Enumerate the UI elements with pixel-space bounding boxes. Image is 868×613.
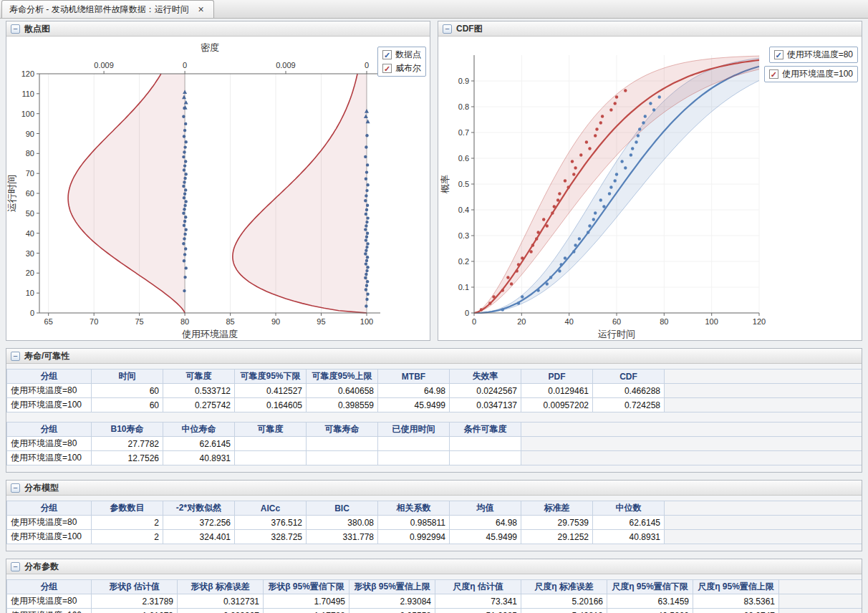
column-header[interactable]: 已使用时间 <box>378 423 450 437</box>
svg-text:0: 0 <box>30 309 34 317</box>
cell-value: 45.9499 <box>378 398 450 412</box>
cell-value: 0.398559 <box>307 398 378 412</box>
cdf-chart-area[interactable]: 00.10.20.30.40.50.60.70.80.9020406080100… <box>438 37 862 340</box>
table-row[interactable]: 使用环境温度=8027.778262.6145 <box>7 437 862 451</box>
checkbox-icon[interactable]: ✓ <box>382 50 392 59</box>
column-header[interactable]: 分组 <box>7 501 92 516</box>
table-row[interactable]: 使用环境温度=802.317890.3127311.704952.9308473… <box>7 594 862 609</box>
svg-text:100: 100 <box>705 317 718 326</box>
column-header[interactable]: 形状β 95%置信上限 <box>349 580 435 594</box>
panel-header-cdf[interactable]: − CDF图 <box>438 21 862 37</box>
collapse-icon[interactable]: − <box>11 24 20 34</box>
scatter-chart-area[interactable]: 0102030405060708090100110120657075808590… <box>6 37 430 340</box>
svg-text:运行时间: 运行时间 <box>6 175 17 212</box>
data-table: 分组参数数目-2*对数似然AICcBIC相关系数均值标准差中位数使用环境温度=8… <box>6 501 862 544</box>
column-header[interactable]: 尺度η 95%置信下限 <box>607 580 693 594</box>
panel-title-scatter: 散点图 <box>24 23 50 35</box>
column-header[interactable]: PDF <box>521 370 593 384</box>
legend-item[interactable]: ✓数据点 <box>382 49 421 61</box>
svg-text:80: 80 <box>660 317 668 326</box>
checkbox-icon[interactable]: ✓ <box>774 50 783 59</box>
column-header[interactable]: 可靠度95%上限 <box>307 370 378 384</box>
column-header[interactable]: 分组 <box>7 423 92 437</box>
filler-cell <box>779 580 862 594</box>
column-header[interactable]: -2*对数似然 <box>163 501 235 516</box>
cell-value: 40.5222 <box>607 609 693 613</box>
column-header[interactable]: 形状β 标准误差 <box>178 580 264 594</box>
panel-title-cdf: CDF图 <box>456 23 483 35</box>
svg-text:120: 120 <box>21 69 34 78</box>
table-row[interactable]: 使用环境温度=802372.256376.512380.080.98581164… <box>7 516 862 530</box>
cell-value: 0.0242567 <box>450 384 521 398</box>
column-header[interactable]: 参数数目 <box>92 501 163 516</box>
collapse-icon[interactable]: − <box>11 562 20 571</box>
table-row[interactable]: 使用环境温度=1002324.401328.725331.7780.992994… <box>7 530 862 544</box>
row-label: 使用环境温度=80 <box>7 594 92 609</box>
column-header[interactable]: B10寿命 <box>92 423 163 437</box>
column-header[interactable]: 形状β 估计值 <box>92 580 178 594</box>
report-tab[interactable]: 寿命分析 - 发动机绕组部件故障数据：运行时间 × <box>1 0 214 18</box>
column-header[interactable]: 失效率 <box>450 370 521 384</box>
cell-value: 51.2985 <box>435 609 521 613</box>
legend-box: ✓使用环境温度=100 <box>764 66 858 82</box>
cell-value: 0.992994 <box>378 530 450 544</box>
cell-value: 0.223907 <box>178 609 264 613</box>
cell-value: 372.256 <box>163 516 235 530</box>
table-row[interactable]: 使用环境温度=10012.752640.8931 <box>7 451 862 465</box>
cell-value: 328.725 <box>235 530 307 544</box>
svg-text:90: 90 <box>26 130 34 138</box>
column-header[interactable]: AICc <box>235 501 307 516</box>
column-header[interactable]: 均值 <box>450 501 521 516</box>
column-header[interactable]: 相关系数 <box>378 501 450 516</box>
column-header[interactable]: CDF <box>593 370 665 384</box>
panel-header-life[interactable]: − 寿命/可靠性 <box>6 349 862 364</box>
collapse-icon[interactable]: − <box>11 483 20 493</box>
filler-cell <box>665 384 862 398</box>
column-header[interactable]: MTBF <box>378 370 450 384</box>
column-header[interactable]: 形状β 95%置信下限 <box>264 580 349 594</box>
svg-text:100: 100 <box>360 317 373 326</box>
table-row[interactable]: 使用环境温度=80600.5337120.4125270.64065864.98… <box>7 384 862 398</box>
table-row[interactable]: 使用环境温度=1001.616730.2239071.177882.055585… <box>7 609 862 613</box>
row-label: 使用环境温度=100 <box>7 451 92 465</box>
panel-header-scatter[interactable]: − 散点图 <box>6 21 430 37</box>
panel-header-params[interactable]: − 分布参数 <box>6 559 862 574</box>
panel-header-model[interactable]: − 分布模型 <box>6 481 862 496</box>
legend-label: 使用环境温度=80 <box>787 49 853 61</box>
column-header[interactable]: 尺度η 95%置信上限 <box>693 580 779 594</box>
column-header[interactable]: 可靠度 <box>235 423 307 437</box>
column-header[interactable]: BIC <box>307 501 378 516</box>
filler-cell <box>665 501 862 516</box>
column-header[interactable]: 可靠度 <box>163 370 235 384</box>
column-header[interactable]: 可靠度95%下限 <box>235 370 307 384</box>
life-table-2: 分组B10寿命中位寿命可靠度可靠寿命已使用时间条件可靠度使用环境温度=8027.… <box>6 422 862 465</box>
svg-text:使用环境温度: 使用环境温度 <box>182 329 238 339</box>
collapse-icon[interactable]: − <box>443 24 452 34</box>
report-content: − 散点图 0102030405060708090100110120657075… <box>0 19 868 613</box>
tab-close-icon[interactable]: × <box>196 4 206 14</box>
tab-title: 寿命分析 - 发动机绕组部件故障数据：运行时间 <box>9 4 189 16</box>
column-header[interactable]: 分组 <box>7 370 92 384</box>
cell-value <box>450 437 521 451</box>
checkbox-icon[interactable]: ✓ <box>382 64 392 73</box>
collapse-icon[interactable]: − <box>11 352 20 361</box>
row-label: 使用环境温度=80 <box>7 516 92 530</box>
column-header[interactable]: 尺度η 估计值 <box>435 580 521 594</box>
legend-item[interactable]: ✓威布尔 <box>382 62 421 74</box>
legend-item[interactable]: ✓使用环境温度=100 <box>769 68 853 80</box>
scatter-plot[interactable]: 0102030405060708090100110120657075808590… <box>6 37 430 340</box>
filler-cell <box>521 451 862 465</box>
table-row[interactable]: 使用环境温度=100600.2757420.1646050.39855945.9… <box>7 398 862 412</box>
column-header[interactable]: 中位寿命 <box>163 423 235 437</box>
column-header[interactable]: 尺度η 标准误差 <box>521 580 607 594</box>
column-header[interactable]: 标准差 <box>521 501 593 516</box>
column-header[interactable]: 可靠寿命 <box>307 423 378 437</box>
legend-item[interactable]: ✓使用环境温度=80 <box>774 49 853 61</box>
column-header[interactable]: 中位数 <box>593 501 665 516</box>
panel-distribution-params: − 分布参数 分组形状β 估计值形状β 标准误差形状β 95%置信下限形状β 9… <box>6 559 862 613</box>
svg-text:0.8: 0.8 <box>458 102 469 111</box>
checkbox-icon[interactable]: ✓ <box>769 69 778 79</box>
column-header[interactable]: 时间 <box>92 370 163 384</box>
column-header[interactable]: 分组 <box>7 580 92 594</box>
column-header[interactable]: 条件可靠度 <box>450 423 521 437</box>
